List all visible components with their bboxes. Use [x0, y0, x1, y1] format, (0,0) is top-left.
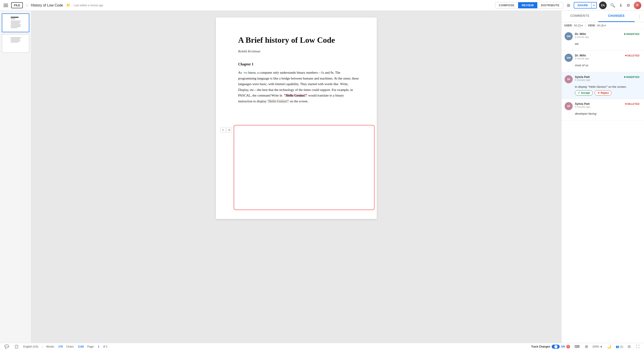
change-author-2: Sylvia Patt: [575, 75, 620, 79]
favorite-icon[interactable]: ☆: [25, 3, 28, 8]
view-filter-button[interactable]: All (4) ▾: [597, 24, 606, 27]
thumb-preview-1: [2, 14, 29, 32]
change-author-0: Dr. Mills: [575, 32, 620, 36]
change-time-1: a minute ago: [575, 57, 622, 60]
user-badge[interactable]: ZA: [599, 2, 607, 9]
share-chevron-button[interactable]: ▾: [591, 3, 596, 8]
zoom-value: 100%: [592, 345, 599, 348]
change-header-0: DM Dr. Mills a minute ago INSERTED: [564, 32, 641, 40]
user-filter-button[interactable]: All (2) ▾: [574, 24, 582, 27]
changes-list: DM Dr. Mills a minute ago INSERTED we: [562, 29, 644, 343]
search-icon[interactable]: 🔍: [609, 2, 616, 9]
review-mode-button[interactable]: REVIEW: [518, 2, 537, 8]
change-content-2: to display "Hello Genius!" on the screen…: [575, 85, 641, 88]
status-sep-1: |: [42, 345, 42, 348]
collaborators-icon: 👥: [616, 345, 619, 348]
change-badge-0: INSERTED: [623, 32, 641, 36]
page-current: 1: [98, 345, 100, 348]
change-time-0: a minute ago: [575, 36, 620, 38]
change-content-1: most of us: [575, 64, 641, 67]
change-header-3: SP Sylvia Patt 3 minutes ago DELETED: [564, 102, 641, 110]
change-author-1: Dr. Mills: [575, 54, 622, 57]
keyboard-icon[interactable]: ⌨: [574, 344, 580, 349]
svg-rect-11: [11, 37, 20, 38]
change-badge-2: INSERTED: [623, 75, 641, 79]
mode-switcher: COMPOSE REVIEW DISTRIBUTE: [495, 2, 563, 9]
document-heading: A Brief history of Low Code: [238, 35, 359, 45]
collaborators-count: (1): [620, 345, 623, 348]
settings-icon[interactable]: ⚙: [625, 2, 632, 9]
tab-changes[interactable]: CHANGES: [598, 11, 635, 22]
add-block-button[interactable]: +: [220, 127, 226, 133]
change-avatar-0: DM: [564, 32, 573, 40]
page-thumbnail-2[interactable]: [2, 34, 29, 53]
page-thumbnail-1[interactable]: [2, 14, 29, 32]
tab-comments[interactable]: COMMENTS: [562, 11, 598, 22]
change-badge-1: DELETED: [624, 54, 641, 57]
track-changes-toggle[interactable]: [552, 345, 560, 349]
expand-icon[interactable]: ⛶: [635, 344, 640, 349]
document-title: History of Low Code: [31, 3, 63, 8]
sidebar-toggle-icon[interactable]: ⊟: [627, 344, 632, 349]
list-block-button[interactable]: ≡: [226, 127, 232, 133]
track-on-label: ON: [561, 345, 565, 348]
change-meta-1: Dr. Mills a minute ago: [575, 54, 622, 60]
badge-dot-1: [625, 55, 626, 56]
right-panel: COMMENTS CHANGES ⋮ USER: All (2) ▾ | VIE…: [561, 11, 644, 343]
collaborators-button[interactable]: 👥 (1): [616, 345, 623, 348]
page-total: of 2: [103, 345, 107, 348]
badge-dot-2: [624, 76, 626, 78]
compose-mode-button[interactable]: COMPOSE: [495, 2, 518, 8]
status-bar: 💬 📋 English (US) | Words: 179 Chars: 114…: [0, 343, 644, 350]
change-header-2: SP Sylvia Patt 4 minutes ago INSERTED: [564, 75, 641, 83]
change-author-3: Sylvia Patt: [575, 102, 622, 105]
change-card-3: SP Sylvia Patt 3 minutes ago DELETED dev…: [562, 99, 644, 120]
chapter-heading: Chapter 1: [238, 62, 359, 66]
tab-more-button[interactable]: ⋮: [634, 11, 644, 22]
svg-rect-3: [11, 21, 20, 21]
info-icon[interactable]: ℹ: [619, 2, 623, 9]
comments-icon[interactable]: 💬: [4, 344, 10, 349]
change-avatar-3: SP: [564, 102, 573, 110]
reject-change-button[interactable]: ✕ Reject: [594, 90, 612, 96]
svg-rect-1: [11, 17, 18, 18]
thumb-preview-2: [2, 35, 29, 52]
badge-dot-0: [624, 33, 626, 35]
change-header-1: DM Dr. Mills a minute ago DELETED: [564, 54, 641, 62]
svg-rect-4: [11, 22, 20, 22]
change-meta-0: Dr. Mills a minute ago: [575, 32, 620, 38]
change-callout-box: [234, 125, 374, 210]
page-thumbnails-panel: [0, 11, 31, 343]
share-button-group: SHARE ▾: [574, 2, 597, 9]
change-meta-3: Sylvia Patt 3 minutes ago: [575, 102, 622, 108]
chars-label: Chars:: [66, 345, 74, 348]
svg-rect-15: [11, 42, 18, 42]
tasks-icon[interactable]: 📋: [14, 344, 20, 349]
menu-button[interactable]: [3, 3, 9, 8]
svg-rect-7: [11, 25, 20, 26]
change-time-3: 3 minutes ago: [575, 105, 622, 108]
zoom-dropdown-button[interactable]: ▾: [600, 344, 602, 349]
share-button[interactable]: SHARE: [574, 3, 591, 8]
zoom-section: 100% ▾: [592, 344, 603, 349]
chars-value: 1140: [78, 345, 84, 348]
file-menu-button[interactable]: FILE: [11, 2, 23, 8]
layout-icon[interactable]: ⊞: [584, 344, 589, 349]
accept-change-button[interactable]: ✓ Accept: [575, 90, 593, 96]
filter-separator: |: [585, 24, 586, 27]
top-nav: FILE ☆ History of Low Code 📁 Last edited…: [0, 0, 644, 11]
accept-check-icon: ✓: [578, 91, 580, 94]
present-icon[interactable]: ⊞: [566, 2, 572, 9]
track-changes-section: Track Changes ON 2: [531, 345, 570, 349]
night-mode-icon[interactable]: 🌙: [606, 344, 612, 349]
words-value: 179: [58, 345, 62, 348]
avatar[interactable]: R: [634, 2, 641, 9]
svg-rect-2: [11, 19, 15, 19]
svg-rect-12: [11, 39, 20, 39]
inserted-hello-genius: "Hello Genius!": [267, 99, 289, 103]
folder-icon[interactable]: 📁: [66, 3, 71, 8]
inserted-text-we: we: [244, 71, 248, 74]
change-card-1: DM Dr. Mills a minute ago DELETED most o…: [562, 51, 644, 72]
distribute-mode-button[interactable]: DISTRIBUTE: [537, 2, 563, 8]
svg-rect-9: [11, 28, 18, 28]
